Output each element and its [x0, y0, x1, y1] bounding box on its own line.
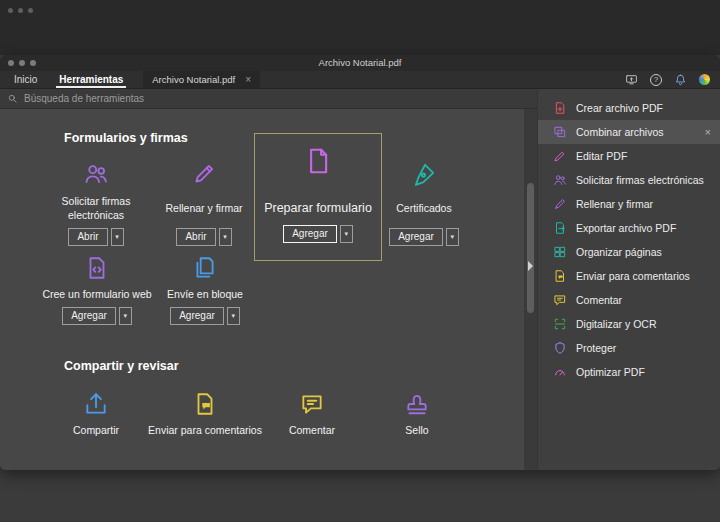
web-form-icon [84, 255, 110, 281]
tab-herramientas[interactable]: Herramientas [55, 71, 127, 88]
user-avatar[interactable] [699, 74, 710, 85]
sidebar-item-exportar-pdf[interactable]: Exportar archivo PDF [538, 216, 720, 240]
fill-sign-icon [553, 197, 567, 211]
sidebar-collapse-arrow-icon[interactable] [528, 261, 533, 271]
tool-card-label: Solicitar firmas electrónicas [44, 194, 148, 224]
sidebar-item-combinar-archivos[interactable]: Combinar archivos × [538, 120, 720, 144]
optimize-pdf-icon [553, 365, 567, 379]
tabbar-actions: ? [625, 73, 710, 86]
add-button[interactable]: Agregar ▾ [170, 307, 240, 325]
send-in-bulk-icon [192, 255, 218, 281]
tool-card-sello[interactable]: Sello [367, 391, 467, 439]
export-pdf-icon [553, 221, 567, 235]
tool-card-label: Envíe en bloque [167, 287, 243, 303]
tool-card-preparar-formulario[interactable]: Preparar formulario Agregar ▾ [254, 133, 382, 261]
tools-sidebar: Crear archivo PDF Combinar archivos × Ed… [537, 89, 720, 470]
add-button[interactable]: Agregar ▾ [62, 307, 132, 325]
comment-icon [553, 293, 567, 307]
sidebar-item-editar-pdf[interactable]: Editar PDF [538, 144, 720, 168]
tool-card-label: Comentar [289, 423, 335, 439]
dropdown-arrow-icon[interactable]: ▾ [227, 307, 240, 325]
window-title: Archivo Notarial.pdf [0, 57, 720, 68]
window-control-dot[interactable] [28, 8, 33, 13]
comment-icon [299, 391, 325, 417]
tool-card-solicitar-firmas[interactable]: Solicitar firmas electrónicas Abrir ▾ [44, 161, 148, 246]
sidebar-item-comentar[interactable]: Comentar [538, 288, 720, 312]
tool-card-label: Enviar para comentarios [148, 423, 262, 439]
tool-card-compartir[interactable]: Compartir [46, 391, 146, 439]
window-control-dot[interactable] [8, 8, 13, 13]
stamp-icon [404, 391, 430, 417]
share-icon [83, 391, 109, 417]
organize-pages-icon [553, 245, 567, 259]
close-icon[interactable]: × [705, 127, 711, 138]
vertical-scrollbar[interactable] [524, 109, 537, 470]
dropdown-arrow-icon[interactable]: ▾ [446, 228, 459, 246]
sidebar-item-optimizar-pdf[interactable]: Optimizar PDF [538, 360, 720, 384]
create-pdf-icon [553, 101, 567, 115]
open-button[interactable]: Abrir ▾ [68, 228, 123, 246]
tools-content: Formularios y firmas Solicitar firmas el… [0, 109, 524, 470]
screen-share-icon[interactable] [625, 73, 638, 86]
dropdown-arrow-icon[interactable]: ▾ [219, 228, 232, 246]
sidebar-item-rellenar-firmar[interactable]: Rellenar y firmar [538, 192, 720, 216]
sidebar-item-enviar-comentarios[interactable]: Enviar para comentarios [538, 264, 720, 288]
tool-card-envie-en-bloque[interactable]: Envíe en bloque Agregar ▾ [146, 255, 264, 325]
sidebar-item-solicitar-firmas[interactable]: Solicitar firmas electrónicas [538, 168, 720, 192]
tool-card-enviar-comentarios[interactable]: Enviar para comentarios [139, 391, 271, 439]
request-signatures-icon [83, 161, 109, 187]
prepare-form-icon [303, 146, 333, 176]
search-icon [7, 93, 18, 104]
section-title-share: Compartir y revisar [64, 359, 179, 373]
tool-card-comentar[interactable]: Comentar [262, 391, 362, 439]
send-comments-icon [192, 391, 218, 417]
certificates-icon [411, 161, 437, 187]
sidebar-item-organizar-paginas[interactable]: Organizar páginas [538, 240, 720, 264]
notifications-bell-icon[interactable] [674, 73, 687, 86]
tool-card-label: Certificados [396, 194, 451, 224]
scrollbar-thumb[interactable] [527, 183, 534, 313]
protect-icon [553, 341, 567, 355]
tab-inicio[interactable]: Inicio [10, 71, 41, 88]
tab-document[interactable]: Archivo Notarial.pdf × [143, 71, 260, 88]
background-window-titlebar [0, 0, 720, 55]
tab-document-label: Archivo Notarial.pdf [152, 74, 235, 85]
send-comments-icon [553, 269, 567, 283]
tool-card-label: Preparar formulario [264, 200, 372, 216]
close-icon[interactable]: × [245, 75, 251, 85]
background-window-controls[interactable] [8, 8, 33, 13]
dropdown-arrow-icon[interactable]: ▾ [111, 228, 124, 246]
tool-card-label: Sello [405, 423, 428, 439]
desktop: Archivo Notarial.pdf Inicio Herramientas… [0, 0, 720, 522]
fill-sign-icon [191, 161, 217, 187]
scan-ocr-icon [553, 317, 567, 331]
request-signatures-icon [553, 173, 567, 187]
sidebar-item-proteger[interactable]: Proteger [538, 336, 720, 360]
sidebar-item-crear-archivo-pdf[interactable]: Crear archivo PDF [538, 96, 720, 120]
dropdown-arrow-icon[interactable]: ▾ [340, 225, 353, 243]
add-button[interactable]: Agregar ▾ [389, 228, 459, 246]
add-button[interactable]: Agregar ▾ [283, 225, 353, 243]
search-input[interactable] [24, 93, 344, 104]
combine-files-icon [553, 125, 567, 139]
dropdown-arrow-icon[interactable]: ▾ [119, 307, 132, 325]
window-body: Formularios y firmas Solicitar firmas el… [0, 89, 720, 470]
open-button[interactable]: Abrir ▾ [176, 228, 231, 246]
acrobat-window: Archivo Notarial.pdf Inicio Herramientas… [0, 55, 720, 470]
tool-card-label: Compartir [73, 423, 119, 439]
section-title-forms: Formularios y firmas [64, 131, 188, 145]
tool-card-label: Cree un formulario web [42, 287, 151, 303]
tab-bar: Inicio Herramientas Archivo Notarial.pdf… [0, 71, 720, 89]
tool-card-rellenar-firmar[interactable]: Rellenar y firmar Abrir ▾ [152, 161, 256, 246]
tools-search-bar [0, 89, 537, 109]
help-icon[interactable]: ? [650, 74, 662, 86]
tool-card-label: Rellenar y firmar [165, 194, 242, 224]
edit-pdf-icon [553, 149, 567, 163]
tool-card-formulario-web[interactable]: Cree un formulario web Agregar ▾ [38, 255, 156, 325]
titlebar: Archivo Notarial.pdf [0, 55, 720, 71]
tool-card-certificados[interactable]: Certificados Agregar ▾ [372, 161, 476, 246]
window-control-dot[interactable] [18, 8, 23, 13]
sidebar-item-digitalizar-ocr[interactable]: Digitalizar y OCR [538, 312, 720, 336]
